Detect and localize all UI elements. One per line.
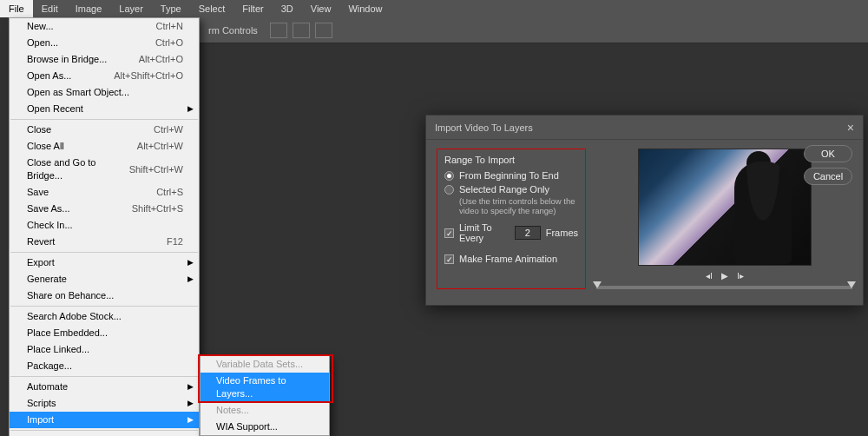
menu-item[interactable]: Place Linked... [10, 341, 199, 358]
menu-item[interactable]: Check In... [10, 217, 199, 234]
menu-item[interactable]: Scripts▶ [10, 395, 199, 412]
menu-item[interactable]: Share on Behance... [10, 287, 199, 304]
scrub-end-handle[interactable] [847, 281, 856, 288]
dialog-title: Import Video To Layers [435, 122, 533, 133]
menu-item-label: Open as Smart Object... [27, 86, 129, 99]
menu-item-shortcut: Alt+Ctrl+O [139, 53, 183, 66]
dialog-buttons: OK Cancel [804, 145, 852, 185]
menu-item[interactable]: Close AllAlt+Ctrl+W [10, 138, 199, 155]
menubar-item-select[interactable]: Select [190, 0, 234, 17]
menubar-item-view[interactable]: View [302, 0, 340, 17]
step-back-icon[interactable]: ◂Ⅰ [706, 271, 713, 281]
menubar-item-layer[interactable]: Layer [110, 0, 152, 17]
menu-item[interactable]: RevertF12 [10, 234, 199, 250]
menu-item-shortcut: Alt+Shift+Ctrl+O [114, 69, 183, 83]
menu-item[interactable]: Place Embedded... [10, 325, 199, 341]
menu-item[interactable]: New...Ctrl+N [10, 18, 199, 35]
menubar-item-type[interactable]: Type [152, 0, 190, 17]
menubar-item-image[interactable]: Image [67, 0, 111, 17]
chevron-right-icon: ▶ [187, 413, 194, 426]
align-icon-1[interactable] [270, 23, 287, 38]
menu-item[interactable]: Save As...Shift+Ctrl+S [10, 201, 199, 217]
menu-item-label: Scripts [27, 397, 56, 410]
radio-from-beginning[interactable]: From Beginning To End [444, 170, 578, 181]
menu-item[interactable]: CloseCtrl+W [10, 122, 199, 138]
submenu-item[interactable]: Video Frames to Layers... [201, 373, 329, 402]
menu-item-shortcut: Shift+Ctrl+W [129, 163, 183, 176]
cancel-button[interactable]: Cancel [804, 168, 852, 185]
chevron-right-icon: ▶ [187, 397, 194, 410]
menubar-item-file[interactable]: File [0, 0, 33, 17]
menu-item[interactable]: Automate▶ [10, 379, 199, 395]
menu-item-label: Place Embedded... [27, 327, 108, 340]
chevron-right-icon: ▶ [187, 102, 194, 116]
import-submenu: Variable Data Sets...Video Frames to Lay… [200, 355, 330, 436]
menu-item[interactable]: Search Adobe Stock... [10, 308, 199, 325]
menu-item[interactable]: Import▶ [10, 412, 199, 428]
menu-item[interactable]: Browse in Bridge...Alt+Ctrl+O [10, 51, 199, 68]
menu-item[interactable]: Export▶ [10, 254, 199, 271]
options-bar: rm Controls [174, 17, 868, 43]
group-title: Range To Import [444, 155, 578, 165]
radio-icon [444, 171, 454, 181]
menu-separator [10, 252, 198, 253]
menu-item-shortcut: F12 [167, 235, 183, 248]
limit-value-input[interactable] [515, 226, 541, 240]
scrub-bar[interactable] [596, 286, 852, 289]
menu-item-shortcut: Ctrl+N [156, 20, 183, 33]
menu-separator [10, 376, 198, 377]
menu-separator [10, 119, 198, 120]
play-icon[interactable]: ▶ [721, 271, 728, 281]
scrub-start-handle[interactable] [593, 281, 602, 288]
menu-item[interactable]: File Info...Alt+Shift+Ctrl+I [10, 433, 199, 436]
menu-item[interactable]: Close and Go to Bridge...Shift+Ctrl+W [10, 155, 199, 184]
menu-item-label: Package... [27, 360, 72, 373]
menubar-item-filter[interactable]: Filter [233, 0, 272, 17]
menubar-item-edit[interactable]: Edit [33, 0, 67, 17]
menubar-item-window[interactable]: Window [339, 0, 391, 17]
menu-item[interactable]: Open As...Alt+Shift+Ctrl+O [10, 68, 199, 84]
submenu-item[interactable]: WIA Support... [201, 419, 329, 435]
radio-icon [444, 185, 454, 195]
radio-selected-range[interactable]: Selected Range Only [444, 184, 578, 195]
menubar: FileEditImageLayerTypeSelectFilter3DView… [0, 0, 868, 17]
checkbox-icon: ✓ [444, 228, 454, 238]
submenu-item: Variable Data Sets... [201, 356, 329, 373]
step-forward-icon[interactable]: Ⅰ▸ [737, 271, 744, 281]
file-menu-dropdown: New...Ctrl+NOpen...Ctrl+OBrowse in Bridg… [9, 17, 200, 436]
menu-item[interactable]: SaveCtrl+S [10, 184, 199, 201]
menu-item[interactable]: Open Recent▶ [10, 101, 199, 117]
menu-item-label: Share on Behance... [27, 289, 114, 302]
video-preview [638, 149, 812, 266]
align-icon-2[interactable] [293, 23, 310, 38]
close-icon[interactable]: × [847, 121, 854, 135]
menu-item-label: Open As... [27, 69, 71, 83]
menu-item[interactable]: Open as Smart Object... [10, 84, 199, 101]
menu-item-label: Export [27, 256, 55, 269]
menu-item-shortcut: Shift+Ctrl+S [132, 202, 183, 215]
align-icon-3[interactable] [315, 23, 332, 38]
range-to-import-group: Range To Import From Beginning To End Se… [437, 149, 586, 289]
menu-item-label: Import [27, 413, 54, 426]
menu-item[interactable]: Package... [10, 358, 199, 374]
radio-label: Selected Range Only [459, 184, 549, 195]
menubar-item-3d[interactable]: 3D [273, 0, 302, 17]
limit-every-row[interactable]: ✓ Limit To Every Frames [444, 222, 578, 243]
transform-controls-label: rm Controls [208, 25, 258, 36]
submenu-item: Notes... [201, 402, 329, 419]
make-anim-label: Make Frame Animation [459, 254, 557, 264]
menu-item-label: Save [27, 186, 49, 199]
menu-item-label: Generate [27, 273, 67, 286]
menu-item-label: Close and Go to Bridge... [27, 156, 129, 182]
frames-label: Frames [546, 228, 578, 238]
menu-separator [10, 430, 198, 431]
menu-item-label: Revert [27, 235, 55, 248]
make-frame-animation-row[interactable]: ✓ Make Frame Animation [444, 254, 578, 264]
ok-button[interactable]: OK [804, 145, 852, 162]
menu-item-label: Save As... [27, 202, 70, 215]
menu-item[interactable]: Generate▶ [10, 271, 199, 287]
menu-item-label: Place Linked... [27, 343, 89, 356]
menu-item[interactable]: Open...Ctrl+O [10, 35, 199, 51]
menu-item-label: Open Recent [27, 102, 83, 116]
limit-label: Limit To Every [459, 222, 510, 243]
